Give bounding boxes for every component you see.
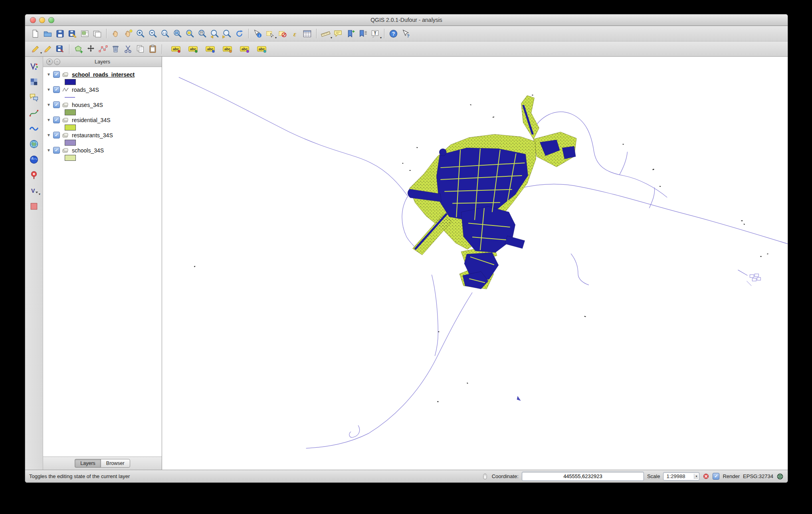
zoom-last-button[interactable] bbox=[208, 28, 221, 40]
zoom-next-button[interactable] bbox=[221, 28, 233, 40]
vector-menu-tool-button[interactable]: V▾ bbox=[28, 185, 40, 196]
scale-combo[interactable]: 1:29988 ▾ bbox=[663, 472, 699, 480]
composer-manager-button[interactable] bbox=[91, 28, 103, 40]
layer-symbology-swatch[interactable] bbox=[65, 79, 76, 85]
layer-label[interactable]: school_roads_intersect bbox=[72, 71, 135, 78]
render-checkbox[interactable]: ✓ bbox=[713, 473, 719, 480]
stop-render-icon[interactable] bbox=[703, 473, 709, 480]
add-feature-button[interactable] bbox=[72, 43, 85, 55]
layer-visibility-checkbox[interactable]: ✓ bbox=[53, 86, 60, 93]
save-layer-edits-button[interactable] bbox=[54, 43, 66, 55]
paste-features-button[interactable] bbox=[147, 43, 159, 55]
layer-symbology-swatch[interactable] bbox=[65, 140, 76, 146]
whats-this-button[interactable]: ? bbox=[400, 28, 412, 40]
road-graph-tool-button[interactable] bbox=[28, 201, 40, 212]
layer-item-schools_34S[interactable]: ▼✓schools_34S bbox=[43, 146, 162, 154]
open-project-button[interactable] bbox=[42, 28, 54, 40]
layer-label[interactable]: houses_34S bbox=[72, 102, 103, 108]
label-properties-button[interactable]: abc bbox=[255, 43, 268, 55]
zoom-out-button[interactable] bbox=[147, 28, 159, 40]
crs-status-button[interactable] bbox=[776, 473, 784, 480]
text-annotation-button[interactable]: T▾ bbox=[369, 28, 381, 40]
save-project-button[interactable] bbox=[54, 28, 66, 40]
layer-visibility-checkbox[interactable]: ✓ bbox=[53, 71, 60, 78]
layer-symbology-swatch[interactable] bbox=[65, 125, 76, 130]
copy-features-button[interactable] bbox=[134, 43, 147, 55]
spline-digitizing-tool-button[interactable] bbox=[28, 107, 40, 119]
open-attribute-table-button[interactable] bbox=[301, 28, 313, 40]
layer-label[interactable]: restaurants_34S bbox=[72, 132, 113, 138]
zoom-actual-button[interactable]: 1:1 bbox=[159, 28, 171, 40]
layer-item-houses_34S[interactable]: ▼✓houses_34S bbox=[43, 101, 162, 109]
window-close-button[interactable] bbox=[30, 17, 36, 23]
web-plugin-tool-button[interactable] bbox=[28, 138, 40, 150]
save-project-as-button[interactable] bbox=[66, 28, 79, 40]
disclosure-triangle-icon[interactable]: ▼ bbox=[46, 148, 51, 152]
cut-features-button[interactable] bbox=[122, 43, 134, 55]
layer-label[interactable]: residential_34S bbox=[72, 117, 111, 123]
help-contents-button[interactable]: ? bbox=[387, 28, 400, 40]
label-move-button[interactable]: abc bbox=[221, 43, 234, 55]
layer-symbology-swatch[interactable] bbox=[65, 109, 76, 115]
window-titlebar[interactable]: QGIS 2.0.1-Dufour - analysis bbox=[25, 14, 788, 26]
label-highlight-button[interactable]: abc bbox=[204, 43, 216, 55]
layer-label[interactable]: roads_34S bbox=[72, 87, 99, 93]
window-minimize-button[interactable] bbox=[39, 17, 45, 23]
deselect-features-button[interactable] bbox=[276, 28, 289, 40]
show-bookmarks-button[interactable] bbox=[356, 28, 369, 40]
layer-item-roads_34S[interactable]: ▼✓roads_34S bbox=[43, 85, 162, 94]
panel-float-button[interactable]: ◦ bbox=[54, 59, 60, 65]
select-by-expression-button[interactable]: ε bbox=[289, 28, 301, 40]
map-tips-button[interactable] bbox=[332, 28, 344, 40]
layer-symbology-swatch[interactable] bbox=[65, 97, 75, 98]
layer-symbology-swatch[interactable] bbox=[65, 155, 76, 161]
tab-browser[interactable]: Browser bbox=[101, 459, 130, 468]
georeferencer-tool-button[interactable] bbox=[28, 170, 40, 181]
refresh-map-button[interactable] bbox=[233, 28, 246, 40]
disclosure-triangle-icon[interactable]: ▼ bbox=[46, 87, 51, 92]
toggle-editing-button[interactable] bbox=[42, 43, 54, 55]
disclosure-triangle-icon[interactable]: ▼ bbox=[46, 72, 51, 77]
node-tool-button[interactable] bbox=[97, 43, 109, 55]
layer-item-restaurants_34S[interactable]: ▼✓restaurants_34S bbox=[43, 131, 162, 139]
delete-selected-button[interactable] bbox=[109, 43, 122, 55]
metasearch-tool-button[interactable] bbox=[28, 154, 40, 165]
pan-to-selection-button[interactable] bbox=[122, 28, 134, 40]
interpolation-tool-button[interactable] bbox=[28, 61, 40, 72]
disclosure-triangle-icon[interactable]: ▼ bbox=[46, 133, 51, 137]
layer-item-residential_34S[interactable]: ▼✓residential_34S bbox=[43, 116, 162, 124]
move-feature-button[interactable] bbox=[85, 43, 97, 55]
layer-visibility-checkbox[interactable]: ✓ bbox=[53, 132, 60, 138]
window-zoom-button[interactable] bbox=[48, 17, 54, 23]
pan-map-button[interactable] bbox=[109, 28, 122, 40]
identify-features-button[interactable]: i bbox=[252, 28, 264, 40]
zoom-to-selection-button[interactable] bbox=[184, 28, 196, 40]
layer-label[interactable]: schools_34S bbox=[72, 147, 104, 154]
coordinate-input[interactable] bbox=[522, 472, 644, 481]
raster-tool-button[interactable] bbox=[28, 76, 40, 87]
measure-button[interactable]: ▾ bbox=[319, 28, 332, 40]
label-rotate-button[interactable]: abc bbox=[238, 43, 251, 55]
disclosure-triangle-icon[interactable]: ▼ bbox=[46, 103, 51, 107]
zoom-full-button[interactable] bbox=[171, 28, 184, 40]
layer-item-school_roads_intersect[interactable]: ▼✓school_roads_intersect bbox=[43, 70, 162, 79]
layer-visibility-checkbox[interactable]: ✓ bbox=[53, 147, 60, 154]
label-pinned-button[interactable]: abc bbox=[187, 43, 199, 55]
panel-close-button[interactable]: × bbox=[46, 59, 53, 65]
tab-layers[interactable]: Layers bbox=[75, 459, 101, 468]
new-project-button[interactable] bbox=[29, 28, 42, 40]
current-edits-button[interactable]: ▾ bbox=[29, 43, 42, 55]
new-print-composer-button[interactable] bbox=[79, 28, 91, 40]
map-comments-tool-button[interactable] bbox=[28, 92, 40, 103]
layer-visibility-checkbox[interactable]: ✓ bbox=[53, 101, 60, 108]
zoom-in-button[interactable] bbox=[134, 28, 147, 40]
grass-tool-button[interactable] bbox=[28, 123, 40, 134]
layer-labeling-button[interactable]: abc bbox=[170, 43, 182, 55]
layer-visibility-checkbox[interactable]: ✓ bbox=[53, 117, 60, 123]
map-canvas[interactable] bbox=[162, 57, 788, 470]
mouse-extent-icon[interactable] bbox=[481, 473, 489, 480]
select-features-button[interactable]: ▾ bbox=[264, 28, 276, 40]
zoom-to-layer-button[interactable] bbox=[196, 28, 208, 40]
new-bookmark-button[interactable] bbox=[344, 28, 356, 40]
disclosure-triangle-icon[interactable]: ▼ bbox=[46, 118, 51, 122]
